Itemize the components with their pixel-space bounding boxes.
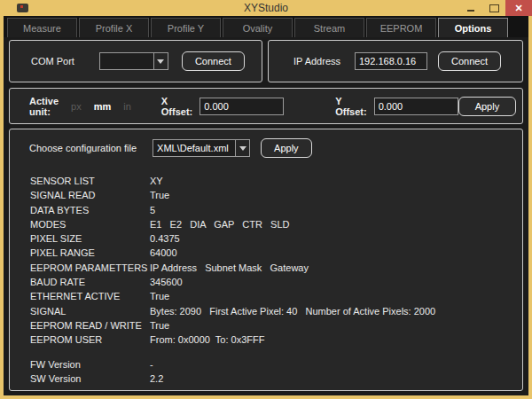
unit-option-in[interactable]: in (123, 101, 131, 112)
parameter-list: SENSOR LISTXYSIGNAL READTrueDATA BYTES5M… (30, 174, 522, 348)
y-offset-label: Y Offset: (335, 96, 366, 117)
parameter-row-name: MODES (30, 217, 150, 231)
config-file-label: Choose configuration file (29, 143, 137, 153)
version-row-name: SW Version (30, 372, 150, 386)
x-offset-input[interactable] (200, 98, 284, 115)
tab-eeprom[interactable]: EEPROM (366, 18, 436, 37)
com-port-group: COM Port Connect (9, 40, 262, 82)
version-row: SW Version2.2 (30, 372, 522, 386)
parameter-row: EEPROM READ / WRITETrue (30, 318, 522, 332)
parameter-row-name: DATA BYTES (30, 203, 150, 217)
parameter-row: ETHERNET ACTIVETrue (30, 289, 522, 303)
unit-option-px[interactable]: px (71, 101, 82, 112)
com-connect-button[interactable]: Connect (182, 51, 245, 71)
parameter-row-value: XY (150, 174, 163, 188)
x-offset-label: X Offset: (161, 96, 192, 117)
parameter-row-value: 5 (150, 203, 155, 217)
offset-apply-button[interactable]: Apply (458, 97, 517, 116)
version-row-value: - (150, 357, 153, 372)
parameter-row-value: True (150, 188, 169, 202)
parameter-row-name: SIGNAL (30, 304, 150, 318)
config-file-dropdown-button[interactable] (235, 140, 249, 156)
parameter-row-value: 345600 (150, 275, 183, 289)
version-list: FW Version-SW Version2.2 (30, 357, 522, 387)
parameter-row-name: PIXEL SIZE (30, 231, 150, 246)
com-port-combobox-value (100, 53, 153, 69)
tab-measure[interactable]: Measure (7, 18, 77, 37)
tab-options[interactable]: Options (438, 18, 508, 37)
version-row-value: 2.2 (150, 372, 163, 386)
parameter-row: SENSOR LISTXY (30, 174, 522, 188)
tab-profile-y[interactable]: Profile Y (151, 18, 221, 37)
unit-options: pxmmin (59, 101, 131, 112)
ip-address-group: IP Address Connect (268, 40, 523, 82)
ip-address-label: IP Address (293, 56, 340, 66)
version-row: FW Version- (30, 357, 522, 372)
parameter-row-name: BAUD RATE (30, 275, 150, 289)
com-port-dropdown-button[interactable] (153, 53, 168, 69)
ip-connect-button[interactable]: Connect (438, 51, 501, 71)
parameter-row: BAUD RATE345600 (30, 275, 522, 289)
parameter-row-name: EEPROM PARAMETTERS (30, 261, 150, 275)
parameter-row-name: SENSOR LIST (30, 174, 150, 188)
config-file-combobox-value: XML\Default.xml (153, 140, 235, 156)
version-row-name: FW Version (30, 357, 150, 372)
parameter-row-value: True (150, 289, 169, 303)
unit-option-mm[interactable]: mm (94, 101, 112, 112)
active-unit-group: Active unit: pxmmin X Offset: Y Offset: … (9, 88, 523, 124)
config-file-combobox[interactable]: XML\Default.xml (153, 139, 250, 157)
maximize-button[interactable] (482, 0, 505, 16)
tab-profile-x[interactable]: Profile X (79, 18, 149, 37)
com-port-combobox[interactable] (99, 52, 168, 70)
parameter-row-value: Bytes: 2090 First Active Pixel: 40 Numbe… (150, 304, 435, 318)
parameter-row: EEPROM USERFrom: 0x0000 To: 0x3FFF (30, 332, 522, 347)
title-bar[interactable]: XYStudio ✕ (0, 0, 532, 16)
parameter-row-value: 0.4375 (150, 231, 180, 246)
minimize-button[interactable] (459, 0, 482, 16)
parameter-row: DATA BYTES5 (30, 203, 522, 217)
parameter-row-value: From: 0x0000 To: 0x3FFF (150, 332, 264, 347)
parameter-row-value: True (150, 318, 169, 332)
parameter-row: EEPROM PARAMETTERSIP Address Subnet Mask… (30, 261, 522, 275)
chevron-down-icon (239, 146, 246, 151)
parameter-row-name: SIGNAL READ (30, 188, 150, 202)
com-port-label: COM Port (31, 56, 74, 66)
configuration-group: Choose configuration file XML\Default.xm… (9, 129, 523, 391)
app-window: XYStudio ✕ MeasureProfile XProfile YOval… (0, 0, 532, 399)
window-content: MeasureProfile XProfile YOvalityStreamEE… (4, 16, 528, 395)
parameter-row: PIXEL RANGE64000 (30, 246, 522, 260)
tab-ovality[interactable]: Ovality (223, 18, 293, 37)
tab-stream[interactable]: Stream (294, 18, 364, 37)
active-unit-label: Active unit: (29, 96, 59, 117)
parameter-row-value: IP Address Subnet Mask Gateway (150, 261, 309, 275)
ip-address-input[interactable] (355, 52, 427, 70)
parameter-row: MODESE1 E2 DIA GAP CTR SLD (30, 217, 522, 231)
parameter-row-name: EEPROM READ / WRITE (30, 318, 150, 332)
chevron-down-icon (157, 59, 164, 64)
parameter-row: SIGNAL READTrue (30, 188, 522, 202)
y-offset-input[interactable] (374, 98, 458, 115)
config-apply-button[interactable]: Apply (261, 138, 312, 158)
parameter-row-name: EEPROM USER (30, 332, 150, 347)
parameter-row: SIGNALBytes: 2090 First Active Pixel: 40… (30, 304, 522, 318)
parameter-row-name: PIXEL RANGE (30, 246, 150, 260)
tab-bar: MeasureProfile XProfile YOvalityStreamEE… (4, 16, 528, 37)
parameter-row-value: 64000 (150, 246, 177, 260)
parameter-row: PIXEL SIZE0.4375 (30, 231, 522, 246)
parameter-row-value: E1 E2 DIA GAP CTR SLD (150, 217, 290, 231)
window-title: XYStudio (0, 2, 532, 14)
parameter-row-name: ETHERNET ACTIVE (30, 289, 150, 303)
close-button[interactable]: ✕ (505, 0, 532, 16)
